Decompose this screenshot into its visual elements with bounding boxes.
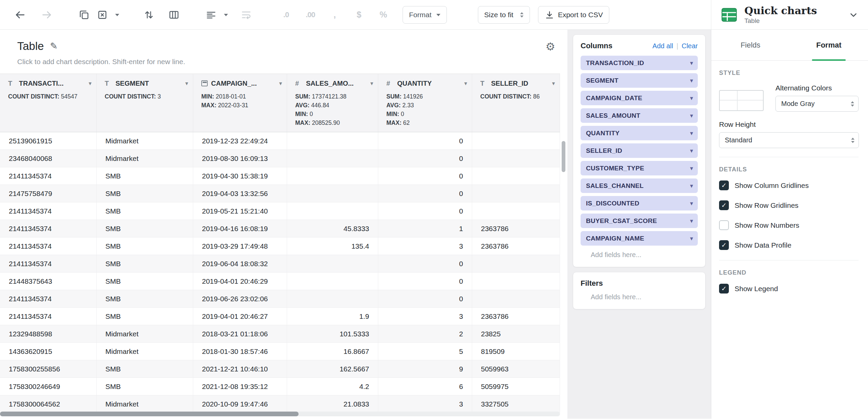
text-align-button[interactable] xyxy=(203,7,219,23)
add-fields-dropzone[interactable]: Add fields here... xyxy=(591,251,698,259)
format-sidebar: Fields Format STYLE Alternating Colors xyxy=(711,30,868,419)
sort-button[interactable] xyxy=(141,7,157,23)
table-cell: 2019-04-03 13:32:56 xyxy=(193,185,287,202)
column-pill-sales-channel[interactable]: SALES_CHANNEL▾ xyxy=(581,178,698,193)
column-menu-chevron-icon[interactable]: ▾ xyxy=(279,80,282,87)
add-filters-dropzone[interactable]: Add fields here... xyxy=(591,293,698,301)
add-all-link[interactable]: Add all xyxy=(653,42,673,50)
checkbox[interactable] xyxy=(719,220,729,230)
decrease-decimal-button: .0 xyxy=(278,7,294,23)
column-header-transacti: TTRANSACTI...▾COUNT DISTINCT: 54547 xyxy=(0,74,97,132)
alternating-colors-select[interactable]: Mode Gray xyxy=(775,96,859,112)
checkbox-row-show-data-profile[interactable]: ✓Show Data Profile xyxy=(719,240,859,250)
column-menu-chevron-icon[interactable]: ▾ xyxy=(185,80,188,87)
tab-format[interactable]: Format xyxy=(790,30,868,60)
checkbox[interactable]: ✓ xyxy=(719,180,729,190)
chevron-down-icon[interactable]: ▾ xyxy=(690,77,693,84)
horizontal-scrollbar-track[interactable] xyxy=(0,412,560,416)
column-pill-sales-amount[interactable]: SALES_AMOUNT▾ xyxy=(581,108,698,123)
select-stepper-icon xyxy=(520,10,524,19)
checkbox[interactable]: ✓ xyxy=(719,240,729,250)
chart-actions-menu-button[interactable] xyxy=(113,7,122,23)
chart-title[interactable]: Table xyxy=(17,40,44,53)
table-cell: 0 xyxy=(378,273,472,290)
chart-type-switcher[interactable]: Quick charts Table xyxy=(711,0,868,29)
checkbox-row-show-row-gridlines[interactable]: ✓Show Row Gridlines xyxy=(719,200,859,210)
copy-icon xyxy=(78,9,90,21)
checkbox-row-show-column-gridlines[interactable]: ✓Show Column Gridlines xyxy=(719,180,859,190)
filters-card: Filters Add fields here... xyxy=(573,272,706,309)
chart-canvas: Table ✎ ⚙ Click to add chart description… xyxy=(0,30,567,419)
profile-stat: MIN: 2018-01-01 xyxy=(201,92,282,101)
column-pill-quantity[interactable]: QUANTITY▾ xyxy=(581,126,698,140)
table-row: 1758300255856SMB2021-12-21 10:46:10162.5… xyxy=(0,360,560,378)
column-pill-customer-type[interactable]: CUSTOMER_TYPE▾ xyxy=(581,161,698,175)
table-cell: 2019-05-21 15:21:40 xyxy=(193,202,287,220)
table-cell: 12329488598 xyxy=(0,325,97,342)
chevron-down-icon[interactable]: ▾ xyxy=(690,235,693,242)
table-cell: 0 xyxy=(378,150,472,167)
redo-forward-button xyxy=(39,7,55,23)
chart-header: Table ✎ ⚙ Click to add chart description… xyxy=(0,30,567,66)
gear-icon[interactable]: ⚙ xyxy=(545,41,555,52)
column-pill-buyer-csat-score[interactable]: BUYER_CSAT_SCORE▾ xyxy=(581,214,698,228)
row-height-select[interactable]: Standard xyxy=(719,132,859,148)
profile-stat: COUNT DISTINCT: 54547 xyxy=(8,92,92,101)
checkbox[interactable]: ✓ xyxy=(719,284,729,294)
remove-chart-button[interactable] xyxy=(95,7,110,23)
profile-stat: AVG: 2.33 xyxy=(386,101,467,110)
wrap-text-button xyxy=(238,7,254,23)
chevron-down-icon[interactable]: ▾ xyxy=(690,112,693,119)
table-cell: 0 xyxy=(378,202,472,220)
manage-columns-button[interactable] xyxy=(166,7,182,23)
chevron-down-icon[interactable]: ▾ xyxy=(690,130,693,137)
table-cell: 21448375643 xyxy=(0,273,97,290)
column-pill-seller-id[interactable]: SELLER_ID▾ xyxy=(581,143,698,158)
clear-link[interactable]: Clear xyxy=(682,42,698,50)
tab-fields[interactable]: Fields xyxy=(711,30,790,60)
table-cell: 21411345374 xyxy=(0,255,97,272)
chart-description-placeholder[interactable]: Click to add chart description. Shift-en… xyxy=(17,58,555,66)
size-to-fit-dropdown[interactable]: Size to fit xyxy=(478,6,530,24)
checkbox[interactable]: ✓ xyxy=(719,200,729,210)
vertical-scrollbar-thumb[interactable] xyxy=(562,141,565,172)
column-pill-segment[interactable]: SEGMENT▾ xyxy=(581,73,698,88)
table-cell: 21411345374 xyxy=(0,167,97,185)
column-menu-chevron-icon[interactable]: ▾ xyxy=(370,80,373,87)
format-dropdown[interactable]: Format xyxy=(403,6,447,24)
checkbox-row-show-row-numbers[interactable]: Show Row Numbers xyxy=(719,220,859,230)
edit-title-pencil-icon[interactable]: ✎ xyxy=(50,41,58,52)
chevron-down-icon[interactable]: ▾ xyxy=(690,94,693,102)
table-cell: 3 xyxy=(378,308,472,325)
duplicate-chart-button[interactable] xyxy=(76,7,92,23)
text-align-menu-button[interactable] xyxy=(222,7,230,23)
column-menu-chevron-icon[interactable]: ▾ xyxy=(464,80,467,87)
column-header-top: #QUANTITY▾ xyxy=(378,76,472,91)
table-cell: 4.2 xyxy=(287,378,378,395)
decrease-decimal-icon: .0 xyxy=(283,11,289,19)
column-pill-transaction-id[interactable]: TRANSACTION_ID▾ xyxy=(581,56,698,70)
column-data-profile: SUM: 17374121.38AVG: 446.84MIN: 0MAX: 20… xyxy=(287,91,378,127)
column-menu-chevron-icon[interactable]: ▾ xyxy=(552,80,555,87)
column-pill-campaign-name[interactable]: CAMPAIGN_NAME▾ xyxy=(581,231,698,246)
column-pill-is-discounted[interactable]: IS_DISCOUNTED▾ xyxy=(581,196,698,211)
chevron-down-icon[interactable]: ▾ xyxy=(690,147,693,155)
chevron-down-icon[interactable]: ▾ xyxy=(690,165,693,172)
chevron-down-icon[interactable]: ▾ xyxy=(690,182,693,190)
chevron-down-icon[interactable] xyxy=(848,10,859,20)
table-cell: 0 xyxy=(378,132,472,149)
chevron-down-icon[interactable]: ▾ xyxy=(690,217,693,225)
chevron-down-icon[interactable]: ▾ xyxy=(690,59,693,67)
column-pill-campaign-date[interactable]: CAMPAIGN_DATE▾ xyxy=(581,91,698,105)
column-menu-chevron-icon[interactable]: ▾ xyxy=(88,80,92,87)
profile-stat: COUNT DISTINCT: 86 xyxy=(480,92,555,101)
undo-back-button[interactable] xyxy=(12,7,28,23)
checkbox-row-show-legend[interactable]: ✓Show Legend xyxy=(719,284,859,294)
column-data-profile: COUNT DISTINCT: 54547 xyxy=(0,91,96,101)
profile-stat: MAX: 62 xyxy=(386,118,467,127)
horizontal-scrollbar-thumb[interactable] xyxy=(0,412,299,416)
table-cell xyxy=(472,273,560,290)
export-csv-button[interactable]: Export to CSV xyxy=(538,6,609,24)
tab-fields-label: Fields xyxy=(741,41,761,50)
chevron-down-icon[interactable]: ▾ xyxy=(690,200,693,207)
